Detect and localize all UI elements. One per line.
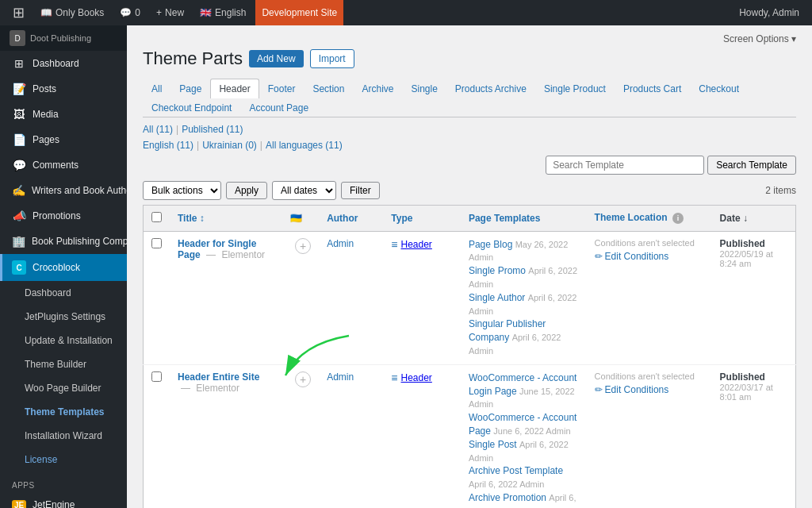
- row2-author-link[interactable]: Admin: [327, 371, 354, 383]
- sidebar-item-posts[interactable]: 📝 Posts: [0, 76, 127, 102]
- tab-all[interactable]: All: [143, 79, 170, 98]
- sidebar-item-dashboard[interactable]: ⊞ Dashboard: [0, 51, 127, 76]
- row1-template-1[interactable]: Page Blog May 26, 2022 Admin: [469, 238, 579, 265]
- row2-plus-button[interactable]: +: [295, 371, 311, 387]
- filter-tabs: All Page Header Footer Section Archive S…: [143, 79, 796, 117]
- tab-checkout[interactable]: Checkout: [690, 79, 748, 98]
- tab-single[interactable]: Single: [402, 79, 446, 98]
- search-input[interactable]: [546, 156, 704, 175]
- select-all-checkbox[interactable]: [151, 212, 162, 222]
- row2-date-status: Published: [720, 371, 787, 383]
- screen-options-button[interactable]: Screen Options ▾: [723, 33, 796, 44]
- sidebar-item-pages[interactable]: 📄 Pages: [0, 127, 127, 152]
- row2-edit-conditions-button[interactable]: ✏ Edit Conditions: [595, 384, 669, 395]
- row2-checkbox[interactable]: [151, 371, 162, 382]
- row2-template-1[interactable]: WooCommerce - Account Login Page June 15…: [469, 371, 579, 411]
- croco-icon: C: [12, 260, 26, 275]
- tab-section[interactable]: Section: [304, 79, 353, 98]
- row2-cb[interactable]: [144, 364, 170, 508]
- row2-date: Published 2022/03/17 at 8:01 am: [712, 364, 796, 508]
- row2-template-3-meta: April 6, 2022 Admin: [469, 440, 569, 463]
- dev-site-item[interactable]: Development Site: [255, 0, 343, 25]
- col-cb-header[interactable]: [144, 205, 170, 231]
- date-select[interactable]: All dates: [272, 181, 336, 200]
- filter-all-link[interactable]: All (11): [143, 124, 173, 135]
- row1-cb[interactable]: [144, 231, 170, 364]
- comments-menu-icon: 💬: [12, 159, 26, 171]
- bulk-actions-bar: Bulk actions Apply All dates Filter 2 it…: [143, 181, 796, 200]
- sidebar-item-writers[interactable]: ✍ Writers and Book Authors: [0, 178, 127, 203]
- tab-checkout-endpoint[interactable]: Checkout Endpoint: [143, 98, 240, 117]
- sidebar-item-label: License: [25, 454, 57, 465]
- row1-template-2[interactable]: Single Promo April 6, 2022 Admin: [469, 264, 579, 291]
- row1-checkbox[interactable]: [151, 238, 162, 248]
- page-header: Theme Parts Add New Import: [143, 48, 796, 71]
- new-item[interactable]: + New: [150, 0, 190, 25]
- col-page-templates-header: Page Templates: [461, 205, 587, 231]
- sidebar-item-sub-install-wizard[interactable]: Installation Wizard: [0, 424, 127, 448]
- filter-all-languages-link[interactable]: All languages (11): [266, 140, 343, 151]
- sidebar-item-sub-update[interactable]: Update & Installation: [0, 329, 127, 352]
- howdy-item[interactable]: Howdy, Admin: [733, 0, 806, 25]
- sidebar-item-promotions[interactable]: 📣 Promotions: [0, 203, 127, 229]
- filter-published-link[interactable]: Published (11): [182, 124, 243, 135]
- row2-template-4[interactable]: Archive Post Template April 6, 2022 Admi…: [469, 464, 579, 491]
- filter-ukrainian-link[interactable]: Ukrainian (0): [202, 140, 257, 151]
- bulk-actions-select[interactable]: Bulk actions: [143, 181, 221, 200]
- site-name-item[interactable]: 📖 Only Books: [34, 0, 110, 25]
- filter-button[interactable]: Filter: [341, 182, 380, 199]
- site-name-label: Only Books: [56, 7, 104, 18]
- tab-account-page[interactable]: Account Page: [240, 98, 317, 117]
- row2-template-3[interactable]: Single Post April 6, 2022 Admin: [469, 438, 579, 465]
- sidebar-item-crocoblock[interactable]: C Crocoblock: [0, 254, 127, 281]
- sidebar-item-sub-theme-templates[interactable]: Theme Templates: [0, 400, 127, 424]
- sidebar-item-sub-woo-builder[interactable]: Woo Page Builder: [0, 376, 127, 400]
- search-button[interactable]: Search Template: [707, 156, 796, 175]
- row1-edit-conditions-button[interactable]: ✏ Edit Conditions: [595, 251, 669, 262]
- row2-title: Header Entire Site — Elementor: [178, 371, 274, 394]
- sep1: |: [176, 124, 178, 135]
- import-button[interactable]: Import: [310, 49, 354, 68]
- sidebar-item-label: Comments: [33, 160, 79, 171]
- comments-icon: 💬: [120, 7, 132, 18]
- tab-products-archive[interactable]: Products Archive: [446, 79, 535, 98]
- sidebar-item-label: JetPlugins Settings: [25, 311, 105, 322]
- sidebar-item-sub-dashboard[interactable]: Dashboard: [0, 281, 127, 305]
- row1-template-4[interactable]: Singular Publisher Company April 6, 2022…: [469, 318, 579, 357]
- row1-author: Admin: [319, 231, 383, 364]
- sidebar-item-book-publishing[interactable]: 🏢 Book Publishing Companies: [0, 229, 127, 254]
- row2-template-5[interactable]: Archive Promotion April 6, 2022 Admin: [469, 491, 579, 508]
- row2-title-link[interactable]: Header Entire Site: [178, 371, 259, 383]
- comments-item[interactable]: 💬 0: [113, 0, 147, 25]
- row1-author-link[interactable]: Admin: [327, 238, 354, 249]
- sidebar-item-sub-license[interactable]: License: [0, 448, 127, 471]
- row1-plus-button[interactable]: +: [295, 238, 311, 254]
- lang-item[interactable]: 🇬🇧 English: [193, 0, 252, 25]
- sidebar-item-comments[interactable]: 💬 Comments: [0, 152, 127, 178]
- row2-type-link[interactable]: Header: [401, 372, 432, 383]
- tab-single-product[interactable]: Single Product: [535, 79, 615, 98]
- tab-page[interactable]: Page: [170, 79, 210, 98]
- sidebar-item-media[interactable]: 🖼 Media: [0, 102, 127, 127]
- row1-template-3[interactable]: Single Author April 6, 2022 Admin: [469, 291, 579, 318]
- tab-archive[interactable]: Archive: [353, 79, 402, 98]
- row1-page-templates: Page Blog May 26, 2022 Admin Single Prom…: [461, 231, 587, 364]
- sidebar-item-jetengine[interactable]: JE JetEngine: [0, 493, 127, 508]
- row1-builder: Elementor: [221, 249, 265, 260]
- tab-footer[interactable]: Footer: [259, 79, 304, 98]
- page-title: Theme Parts: [143, 48, 243, 71]
- sidebar-item-sub-jetplugins[interactable]: JetPlugins Settings: [0, 305, 127, 329]
- col-theme-location-header: Theme Location i: [587, 205, 712, 231]
- wp-logo-item[interactable]: ⊞: [6, 0, 31, 25]
- tab-header[interactable]: Header: [210, 79, 259, 98]
- theme-parts-table: Title ↕ 🇺🇦 Author Type Page Templates Th…: [143, 205, 796, 508]
- col-date-header[interactable]: Date ↓: [712, 205, 796, 231]
- add-new-button[interactable]: Add New: [249, 50, 304, 67]
- bulk-apply-button[interactable]: Apply: [226, 182, 267, 199]
- filter-english-link[interactable]: English (11): [143, 140, 193, 151]
- sidebar-item-sub-theme-builder[interactable]: Theme Builder: [0, 352, 127, 376]
- tab-products-cart[interactable]: Products Cart: [615, 79, 690, 98]
- row1-type-link[interactable]: Header: [401, 239, 432, 250]
- col-title-header[interactable]: Title ↕: [170, 205, 282, 231]
- row2-template-2[interactable]: WooCommerce - Account Page June 6, 2022 …: [469, 411, 579, 438]
